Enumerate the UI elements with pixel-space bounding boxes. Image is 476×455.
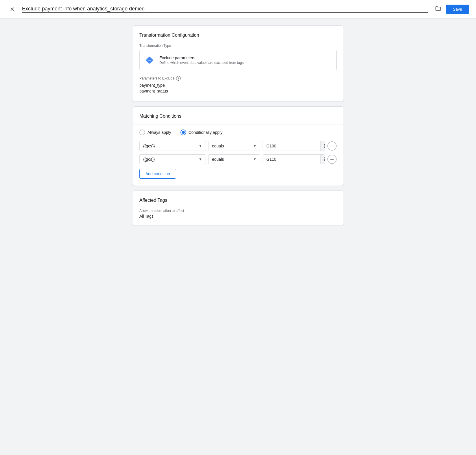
transformation-section-title: Transformation Configuration [139,33,337,38]
type-name: Exclude parameters [159,56,244,60]
svg-rect-9 [324,147,325,148]
transformation-type-label: Transformation Type [139,44,337,48]
close-button[interactable]: ✕ [7,4,17,14]
transformation-card: Transformation Configuration Transformat… [132,25,344,102]
remove-condition-button-1[interactable] [327,141,337,151]
operator-select-2[interactable]: equals ▼ [208,154,260,164]
chevron-down-icon-2: ▼ [253,144,257,148]
value-wrap-2 [263,154,325,164]
folder-icon[interactable] [435,5,441,13]
svg-rect-16 [324,159,325,160]
minus-icon-1 [330,144,334,148]
grid-button-icon-2 [324,157,325,162]
save-button[interactable]: Save [446,5,469,14]
condition-row-1: {{gcs}} ▼ equals ▼ [139,141,337,151]
condition-row-2: {{gcs}} ▼ equals ▼ [139,154,337,164]
all-tags-value: All Tags [139,214,337,219]
value-wrap-1 [263,141,325,151]
variable-select-1[interactable]: {{gcs}} ▼ [139,141,206,151]
allow-label: Allow transformation to affect [139,209,337,213]
page-title: Exclude payment info when analytics_stor… [22,6,428,13]
variable-value-2: {{gcs}} [143,157,155,162]
variable-select-2[interactable]: {{gcs}} ▼ [139,154,206,164]
value-input-2[interactable] [263,155,320,164]
divider-1 [132,125,344,125]
variable-picker-button-2[interactable] [320,155,325,164]
svg-rect-3 [324,144,325,145]
always-apply-option[interactable]: Always apply [139,130,171,135]
conditionally-apply-option[interactable]: Conditionally apply [180,130,223,135]
always-apply-radio[interactable] [139,130,145,135]
add-condition-button[interactable]: Add condition [139,169,176,179]
svg-rect-19 [324,160,325,161]
transformation-type-option[interactable]: Exclude parameters Define which event da… [139,50,337,70]
exclude-params-icon [144,55,155,65]
type-desc: Define which event data values are exclu… [159,61,244,65]
chevron-down-icon-4: ▼ [253,157,257,161]
matching-conditions-card: Matching Conditions Always apply Conditi… [132,106,344,186]
operator-select-1[interactable]: equals ▼ [208,141,260,151]
variable-picker-button-1[interactable] [320,141,325,151]
conditionally-apply-radio[interactable] [180,130,186,135]
params-label: Parameters to Exclude ? [139,76,337,81]
conditionally-apply-label: Conditionally apply [189,130,223,135]
apply-radio-group: Always apply Conditionally apply [139,130,337,135]
param-value-1: payment_type [139,83,337,88]
page-content: Transformation Configuration Transformat… [125,19,351,233]
affected-tags-section-title: Affected Tags [139,198,337,203]
operator-value-2: equals [212,157,224,162]
header: ✕ Exclude payment info when analytics_st… [0,0,476,19]
conditions-section-title: Matching Conditions [139,114,337,119]
value-input-1[interactable] [263,141,320,151]
variable-value-1: {{gcs}} [143,144,155,148]
always-apply-label: Always apply [147,130,171,135]
chevron-down-icon-1: ▼ [199,144,202,148]
transformation-type-text: Exclude parameters Define which event da… [159,56,244,65]
help-icon[interactable]: ? [176,76,181,81]
remove-condition-button-2[interactable] [327,155,337,164]
minus-icon-2 [330,157,334,161]
svg-rect-6 [324,145,325,146]
affected-tags-card: Affected Tags Allow transformation to af… [132,190,344,226]
grid-button-icon-1 [324,144,325,148]
svg-rect-13 [324,158,325,158]
param-value-2: payment_status [139,89,337,93]
operator-value-1: equals [212,144,224,148]
chevron-down-icon-3: ▼ [199,157,202,161]
